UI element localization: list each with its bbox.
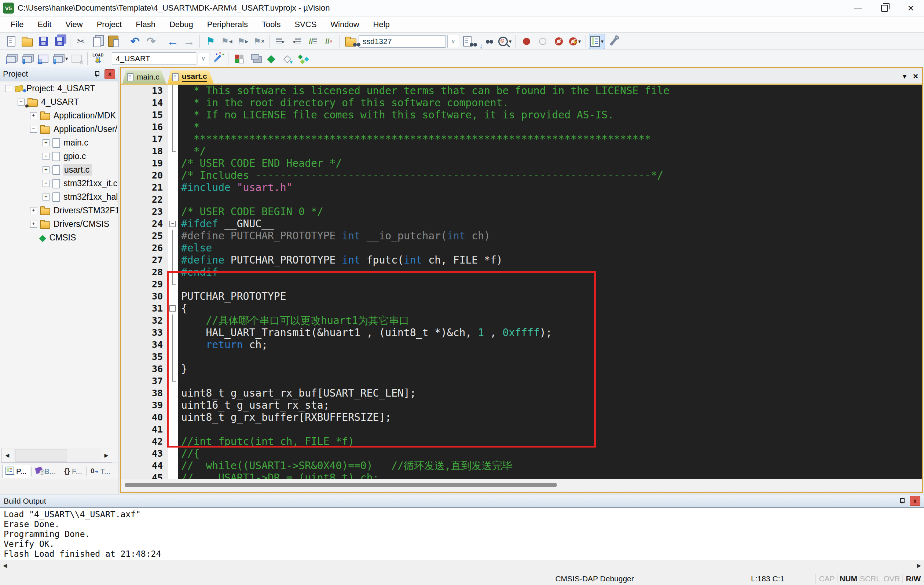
tree-expander[interactable]: +	[30, 112, 37, 119]
panel-tab-p[interactable]: P...	[2, 465, 30, 478]
search-dropdown-button[interactable]: ∨	[447, 35, 459, 48]
code-line-13[interactable]: 13 * This software is licensed under ter…	[121, 85, 922, 97]
target-combobox[interactable]: 4_USART	[112, 53, 196, 65]
configure-button[interactable]	[606, 34, 621, 49]
scroll-left-icon[interactable]: ◀	[2, 449, 13, 462]
tree-expander[interactable]: +	[30, 221, 37, 227]
scrollbar-thumb[interactable]	[15, 449, 67, 461]
options-for-target-button[interactable]	[210, 51, 225, 66]
code-line-36[interactable]: 36}	[121, 363, 922, 375]
code-line-33[interactable]: 33 HAL_UART_Transmit(&huart1 , (uint8_t …	[121, 326, 922, 339]
tree-item-cmsis[interactable]: ◆CMSIS	[0, 231, 118, 244]
kill-all-breakpoints-dropdown-icon[interactable]: ▾	[578, 38, 581, 45]
batch-build-dropdown-icon[interactable]: ▾	[65, 55, 68, 62]
code-line-44[interactable]: 44// while((USART1->SR&0X40)==0) //循环发送,…	[121, 460, 922, 472]
tree-item-usart-c[interactable]: +usart.c	[0, 163, 118, 177]
pin-icon[interactable]	[94, 71, 99, 77]
comment-selection-button[interactable]: //	[305, 34, 320, 49]
tree-item-stm32f1xx-it-c[interactable]: +stm32f1xx_it.c	[0, 177, 118, 190]
tree-item-project-4-usart[interactable]: −Project: 4_USART	[0, 82, 118, 95]
enable-breakpoint-button[interactable]	[535, 34, 550, 49]
batch-build-button[interactable]: ⇓▾	[52, 51, 68, 66]
scroll-right-icon[interactable]: ▶	[917, 562, 921, 569]
undo-button[interactable]: ↶	[127, 34, 143, 49]
close-document-icon[interactable]: ×	[913, 71, 918, 81]
code-line-34[interactable]: 34 return ch;	[121, 339, 922, 351]
code-line-40[interactable]: 40uint8_t g_rx_buffer[RXBUFFERSIZE];	[121, 411, 922, 424]
code-line-24[interactable]: 24−#ifdef __GNUC__	[121, 218, 922, 230]
translate-button[interactable]: ↓	[3, 51, 19, 66]
restore-button[interactable]	[871, 0, 898, 16]
code-line-37[interactable]: 37	[121, 375, 922, 387]
build-button[interactable]: ⇓	[20, 51, 35, 66]
bookmark-clear-all-button[interactable]: ⚑×	[251, 34, 267, 49]
menu-window[interactable]: Window	[323, 16, 366, 32]
tree-item-application-user-[interactable]: −Application/User/	[0, 122, 118, 136]
code-line-27[interactable]: 27#define PUTCHAR_PROTOTYPE int fputc(in…	[121, 254, 922, 266]
window-layout-button[interactable]: ▾	[589, 34, 605, 49]
bookmark-toggle-button[interactable]: ⚑	[203, 34, 218, 49]
panel-tab-t[interactable]: 0➜T...	[87, 466, 114, 477]
select-software-packs-button[interactable]: ◇▼	[280, 51, 295, 66]
incremental-find-button[interactable]: ↓	[475, 34, 491, 49]
menu-project[interactable]: Project	[90, 16, 129, 32]
kill-all-breakpoints-button[interactable]: ×▾	[567, 34, 582, 49]
code-line-29[interactable]: 29	[121, 278, 922, 290]
code-line-41[interactable]: 41	[121, 424, 922, 435]
uncomment-selection-button[interactable]: //×	[321, 34, 337, 49]
pin-icon[interactable]	[899, 498, 904, 504]
code-line-14[interactable]: 14 * in the root directory of this softw…	[121, 97, 922, 109]
tree-item-application-mdk[interactable]: +Application/MDK	[0, 109, 118, 122]
tree-item-main-c[interactable]: +main.c	[0, 136, 118, 150]
tree-expander[interactable]: +	[43, 194, 50, 201]
insert-breakpoint-button[interactable]	[519, 34, 534, 49]
tab-list-dropdown-icon[interactable]: ▾	[903, 72, 906, 81]
fold-marker[interactable]: −	[168, 302, 178, 315]
open-file-button[interactable]	[20, 34, 35, 49]
tree-item-4-usart[interactable]: −✱4_USART	[0, 95, 118, 109]
bookmark-next-button[interactable]: ⚑▶	[235, 34, 251, 49]
code-line-42[interactable]: 42//int fputc(int ch, FILE *f)	[121, 435, 922, 448]
menu-tools[interactable]: Tools	[255, 16, 287, 32]
code-line-18[interactable]: 18 */	[121, 145, 922, 157]
project-panel-close-button[interactable]: x	[104, 69, 115, 79]
menu-flash[interactable]: Flash	[129, 16, 162, 32]
code-line-20[interactable]: 20/* Includes --------------------------…	[121, 169, 922, 181]
tree-expander[interactable]: +	[43, 166, 50, 173]
code-line-28[interactable]: 28#endif	[121, 266, 922, 278]
panel-tab-b[interactable]: B...	[33, 466, 59, 477]
tree-item-stm32f1xx-hal-msp-c[interactable]: +stm32f1xx_hal_msp.c	[0, 190, 118, 204]
code-line-16[interactable]: 16 *	[121, 121, 922, 133]
save-all-button[interactable]	[52, 34, 67, 49]
tree-expander[interactable]: −	[5, 85, 12, 92]
tree-expander[interactable]: −	[30, 126, 37, 133]
code-line-38[interactable]: 38uint8_t g_usart_rx_buf[USART_REC_LEN];	[121, 387, 922, 399]
tree-item-drivers-stm32f1xx-hal-driver[interactable]: +Drivers/STM32F1xx_HAL_Driver	[0, 204, 118, 218]
cut-button[interactable]: ✂	[73, 34, 89, 49]
tree-expander[interactable]: −	[18, 99, 25, 105]
stop-build-button[interactable]: ×	[69, 51, 84, 66]
kill-breakpoint-button[interactable]	[551, 34, 566, 49]
code-line-22[interactable]: 22	[121, 194, 922, 206]
document-tab-main-c[interactable]: main.c	[122, 70, 166, 84]
document-tab-usart-c[interactable]: usart.c	[168, 70, 214, 84]
unindent-button[interactable]: ◂	[289, 34, 304, 49]
menu-edit[interactable]: Edit	[30, 16, 58, 32]
tree-expander[interactable]: +	[30, 207, 37, 214]
panel-tab-f[interactable]: {}F...	[61, 466, 85, 477]
fold-marker[interactable]: −	[168, 218, 178, 230]
target-dropdown-button[interactable]: ∨	[198, 52, 210, 65]
menu-file[interactable]: File	[4, 16, 30, 32]
find-in-files-dialog-button[interactable]	[459, 34, 475, 49]
menu-peripherals[interactable]: Peripherals	[200, 16, 255, 32]
code-line-21[interactable]: 21#include "usart.h"	[121, 181, 922, 194]
code-line-25[interactable]: 25#define PUTCHAR_PROTOTYPE int __io_put…	[121, 230, 922, 242]
build-output-close-button[interactable]: x	[910, 496, 920, 506]
indent-button[interactable]: ▸	[273, 34, 288, 49]
menu-svcs[interactable]: SVCS	[287, 16, 323, 32]
tree-expander[interactable]: +	[43, 153, 50, 160]
scroll-right-icon[interactable]: ▶	[101, 449, 112, 462]
manage-rte-button[interactable]: ◆	[264, 51, 279, 66]
search-combobox[interactable]: ssd1327	[359, 35, 446, 48]
save-button[interactable]	[36, 34, 51, 49]
